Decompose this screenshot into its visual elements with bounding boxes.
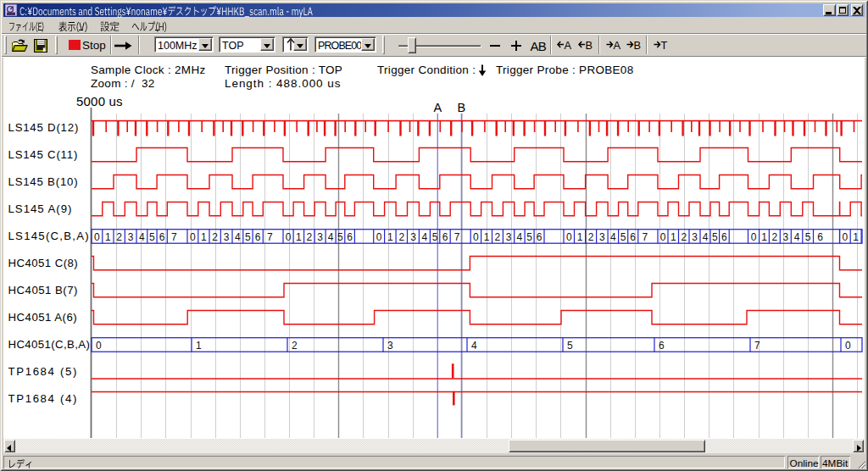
svg-text:1: 1 xyxy=(296,231,302,243)
svg-text:2: 2 xyxy=(681,231,687,243)
svg-text:4: 4 xyxy=(517,231,523,243)
svg-text:5: 5 xyxy=(712,231,718,243)
svg-text:5: 5 xyxy=(805,231,811,243)
svg-text:1: 1 xyxy=(105,231,111,243)
svg-text:3: 3 xyxy=(128,231,134,243)
svg-text:5: 5 xyxy=(149,231,155,243)
svg-text:0: 0 xyxy=(190,231,196,243)
svg-text:3: 3 xyxy=(599,231,605,243)
svg-text:2: 2 xyxy=(306,231,312,243)
svg-text:5: 5 xyxy=(245,231,251,243)
svg-text:1: 1 xyxy=(761,231,767,243)
svg-text:3: 3 xyxy=(224,231,230,243)
svg-text:7: 7 xyxy=(171,231,177,243)
svg-text:5: 5 xyxy=(432,231,438,243)
svg-text:4: 4 xyxy=(610,231,616,243)
svg-text:7: 7 xyxy=(267,231,273,243)
svg-text:6: 6 xyxy=(817,231,823,243)
svg-text:2: 2 xyxy=(212,231,218,243)
svg-text:7: 7 xyxy=(454,231,460,243)
svg-text:1: 1 xyxy=(387,231,393,243)
svg-text:0: 0 xyxy=(843,231,849,243)
svg-text:0: 0 xyxy=(845,340,851,352)
svg-text:1: 1 xyxy=(577,231,583,243)
svg-text:4: 4 xyxy=(328,231,334,243)
svg-text:4: 4 xyxy=(235,231,241,243)
svg-text:1: 1 xyxy=(484,231,490,243)
svg-text:6: 6 xyxy=(347,231,353,243)
svg-text:3: 3 xyxy=(317,231,323,243)
svg-text:4: 4 xyxy=(794,231,800,243)
svg-text:0: 0 xyxy=(660,231,666,243)
svg-text:0: 0 xyxy=(96,340,102,352)
svg-text:1: 1 xyxy=(196,340,202,352)
svg-text:5: 5 xyxy=(526,231,532,243)
svg-text:6: 6 xyxy=(659,340,665,352)
svg-text:6: 6 xyxy=(721,231,727,243)
svg-text:4: 4 xyxy=(422,231,428,243)
svg-text:2: 2 xyxy=(292,340,298,352)
svg-text:0: 0 xyxy=(376,231,382,243)
svg-text:7: 7 xyxy=(754,340,760,352)
svg-text:4: 4 xyxy=(139,231,145,243)
svg-text:1: 1 xyxy=(853,231,859,243)
svg-text:2: 2 xyxy=(398,231,404,243)
svg-text:6: 6 xyxy=(159,231,165,243)
svg-text:0: 0 xyxy=(751,231,757,243)
svg-text:2: 2 xyxy=(588,231,594,243)
svg-text:0: 0 xyxy=(473,231,479,243)
svg-text:5: 5 xyxy=(620,231,626,243)
svg-text:6: 6 xyxy=(630,231,636,243)
svg-text:2: 2 xyxy=(116,231,122,243)
svg-text:2: 2 xyxy=(771,231,777,243)
svg-text:3: 3 xyxy=(410,231,416,243)
svg-text:4: 4 xyxy=(703,231,709,243)
svg-text:3: 3 xyxy=(387,340,393,352)
svg-text:4: 4 xyxy=(471,340,477,352)
svg-text:1: 1 xyxy=(670,231,676,243)
svg-text:6: 6 xyxy=(442,231,448,243)
svg-text:6: 6 xyxy=(255,231,261,243)
svg-text:2: 2 xyxy=(495,231,501,243)
svg-text:3: 3 xyxy=(506,231,512,243)
svg-text:5: 5 xyxy=(337,231,343,243)
svg-text:0: 0 xyxy=(286,231,292,243)
svg-text:6: 6 xyxy=(537,231,542,243)
svg-text:3: 3 xyxy=(692,231,698,243)
svg-text:3: 3 xyxy=(782,231,788,243)
svg-text:1: 1 xyxy=(201,231,207,243)
svg-text:0: 0 xyxy=(566,231,572,243)
svg-text:0: 0 xyxy=(94,231,100,243)
svg-text:7: 7 xyxy=(642,231,648,243)
svg-text:5: 5 xyxy=(567,340,573,352)
